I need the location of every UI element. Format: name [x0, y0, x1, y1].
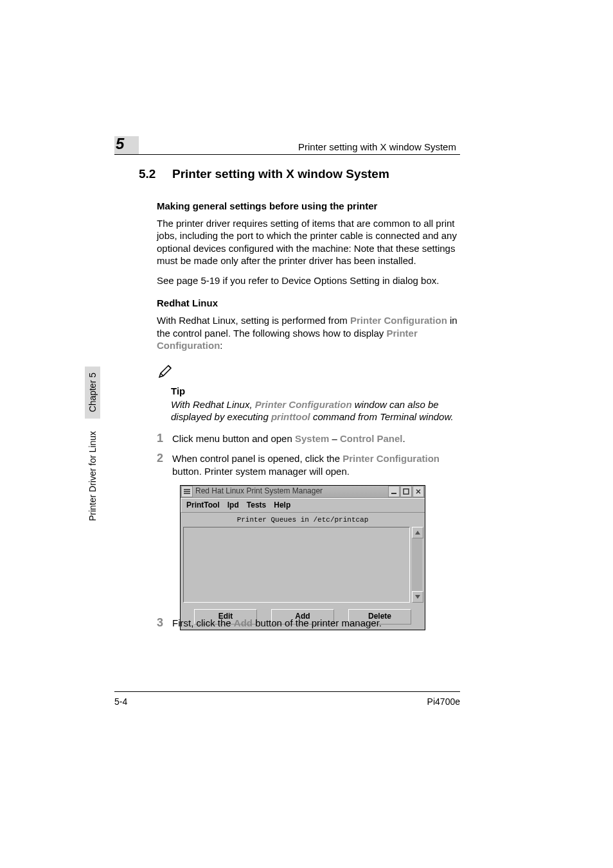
- text: First, click the: [172, 617, 234, 628]
- tip-heading: [157, 362, 463, 382]
- step-3: 3 First, click the Add button of the pri…: [157, 617, 463, 630]
- text: Click menu button and open: [172, 433, 295, 444]
- step-1: 1 Click menu button and open System – Co…: [157, 432, 463, 445]
- side-tab: Chapter 5 Printer Driver for Linux: [84, 366, 102, 585]
- text: :: [220, 340, 222, 351]
- paragraph: The printer driver requires setting of i…: [157, 217, 463, 267]
- running-header: Printer setting with X window System: [298, 141, 456, 152]
- scroll-up-button[interactable]: [412, 527, 423, 538]
- text: When control panel is opened, click the: [172, 453, 342, 464]
- window-titlebar: Red Hat Linux Print System Manager: [181, 486, 425, 498]
- ui-reference: Printer Configuration: [255, 399, 352, 410]
- tip-body: With Redhat Linux, Printer Configuration…: [171, 398, 461, 423]
- text: .: [403, 433, 405, 444]
- section-number: 5.2: [139, 167, 155, 181]
- text: –: [329, 433, 340, 444]
- step-number: 1: [157, 432, 172, 445]
- paragraph: With Redhat Linux, setting is performed …: [157, 314, 463, 351]
- svg-rect-0: [184, 489, 190, 490]
- minimize-button[interactable]: [388, 486, 400, 497]
- header-rule: [114, 154, 460, 155]
- menu-printtool[interactable]: PrintTool: [186, 500, 220, 510]
- window-body: [183, 527, 422, 603]
- scroll-down-button[interactable]: [412, 591, 423, 603]
- step-text: Click menu button and open System – Cont…: [172, 432, 405, 445]
- menu-lpd[interactable]: lpd: [227, 500, 239, 510]
- svg-rect-1: [184, 491, 190, 492]
- menu-help[interactable]: Help: [274, 500, 290, 510]
- text: button of the printer manager.: [253, 617, 382, 628]
- footer-rule: [114, 691, 460, 692]
- content-column: Making general settings before using the…: [157, 190, 463, 630]
- window-title: Red Hat Linux Print System Manager: [193, 486, 388, 496]
- section-title: Printer setting with X window System: [172, 167, 389, 181]
- text: With Redhat Linux, setting is performed …: [157, 315, 350, 326]
- step-number: 2: [157, 452, 172, 465]
- ui-reference: Printer Configuration: [350, 315, 447, 326]
- step-3-container: 3 First, click the Add button of the pri…: [157, 617, 463, 637]
- ui-reference: Printer Configuration: [342, 453, 440, 464]
- step-number: 3: [157, 617, 172, 630]
- side-tab-section: Printer Driver for Linux: [87, 431, 98, 521]
- step-2: 2 When control panel is opened, click th…: [157, 452, 463, 477]
- window-menubar: PrintTool lpd Tests Help: [181, 498, 425, 513]
- svg-rect-2: [184, 493, 190, 494]
- window-menu-icon[interactable]: [181, 486, 193, 497]
- chapter-number: 5: [116, 135, 124, 153]
- svg-rect-4: [404, 489, 409, 494]
- ui-reference: System: [295, 433, 329, 444]
- command-reference: printtool: [271, 411, 310, 422]
- ui-reference: Add: [234, 617, 253, 628]
- menu-tests[interactable]: Tests: [247, 500, 266, 510]
- ui-reference: Control Panel: [340, 433, 403, 444]
- list-header-label: Printer Queues in /etc/printcap: [181, 513, 425, 527]
- scrollbar[interactable]: [412, 527, 422, 603]
- printer-queue-list[interactable]: [183, 527, 410, 603]
- page: 5 Printer setting with X window System 5…: [0, 0, 613, 868]
- print-system-manager-window: Red Hat Linux Print System Manager Print…: [180, 485, 425, 630]
- page-number: 5-4: [114, 696, 127, 707]
- maximize-button[interactable]: [400, 486, 412, 497]
- tip-label: Tip: [171, 385, 463, 397]
- text: With Redhat Linux,: [171, 399, 255, 410]
- product-name: Pi4700e: [427, 696, 460, 707]
- close-button[interactable]: [413, 486, 424, 497]
- scroll-track[interactable]: [412, 538, 422, 591]
- side-tab-chapter: Chapter 5: [85, 366, 100, 418]
- step-text: First, click the Add button of the print…: [172, 617, 382, 629]
- text: button. Printer system manager will open…: [172, 466, 350, 477]
- svg-rect-3: [391, 493, 396, 494]
- text: command from Terminal window.: [310, 411, 454, 422]
- subheading-redhat: Redhat Linux: [157, 297, 463, 309]
- paragraph: See page 5-19 if you refer to Device Opt…: [157, 274, 463, 287]
- subheading-general-settings: Making general settings before using the…: [157, 200, 463, 212]
- pencil-icon: [157, 362, 175, 382]
- step-text: When control panel is opened, click the …: [172, 452, 463, 477]
